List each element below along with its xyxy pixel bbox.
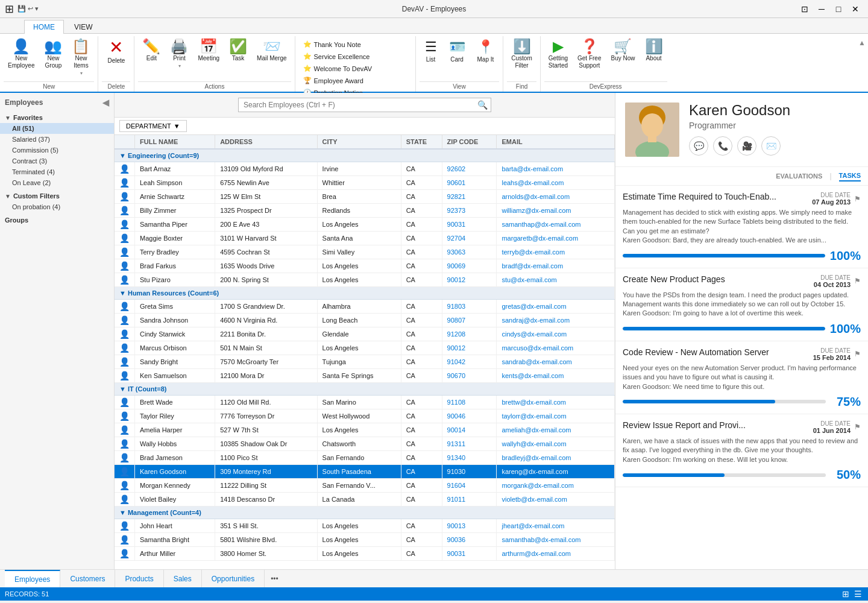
col-email[interactable]: EMAIL — [497, 135, 615, 149]
email-link[interactable]: samanthab@dx-email.com — [502, 536, 580, 543]
table-row[interactable]: 👤 Leah Simpson 6755 Newlin Ave Whittier … — [115, 176, 615, 190]
status-list-icon[interactable]: ☰ — [853, 588, 863, 600]
table-row[interactable]: 👤 Brett Wade 1120 Old Mill Rd. San Marin… — [115, 396, 615, 409]
thank-you-note-button[interactable]: ⭐ Thank You Note — [299, 39, 412, 50]
group-chevron[interactable]: ▼ — [119, 152, 126, 159]
email-link[interactable]: morgank@dx-email.com — [502, 482, 573, 489]
table-row[interactable]: 👤 Morgan Kennedy 11222 Dilling St San Fe… — [115, 479, 615, 493]
message-btn[interactable]: 💬 — [689, 136, 708, 156]
list-view-button[interactable]: ☰ List — [420, 36, 442, 66]
zip-link[interactable]: 90046 — [447, 412, 466, 420]
zip-link[interactable]: 90012 — [447, 344, 466, 352]
table-group-header[interactable]: ▼ IT (Count=8) — [115, 383, 615, 396]
sidebar-collapse-btn[interactable]: ◀ — [102, 98, 109, 107]
close-btn[interactable]: ✕ — [848, 2, 863, 16]
employee-award-button[interactable]: 🏆 Employee Award — [299, 75, 412, 86]
task-card[interactable]: Review Issue Report and Provi... DUE DAT… — [615, 414, 868, 487]
table-group-header[interactable]: ▼ Management (Count=4) — [115, 507, 615, 519]
sidebar-item-commission[interactable]: Commission (5) — [0, 145, 114, 156]
email-link[interactable]: taylorr@dx-email.com — [502, 412, 566, 420]
table-row[interactable]: 👤 Maggie Boxter 3101 W Harvard St Santa … — [115, 232, 615, 245]
getting-started-button[interactable]: ▶ GettingStarted — [544, 36, 572, 72]
sidebar-custom-filters-header[interactable]: ▼ Custom Filters — [0, 191, 114, 201]
zip-link[interactable]: 90807 — [447, 317, 466, 324]
table-row[interactable]: 👤 Billy Zimmer 1325 Prospect Dr Redlands… — [115, 204, 615, 218]
email-link[interactable]: brettw@dx-email.com — [502, 399, 566, 406]
custom-filter-button[interactable]: ⬇️ CustomFilter — [507, 36, 536, 72]
sidebar-favorites-header[interactable]: ▼ Favorites — [0, 112, 114, 123]
email-link[interactable]: terryb@dx-email.com — [502, 248, 565, 256]
buy-now-button[interactable]: 🛒 Buy Now — [606, 36, 639, 65]
email-link[interactable]: bradleyj@dx-email.com — [502, 454, 571, 461]
task-card[interactable]: Create New Product Pages DUE DATE 04 Oct… — [615, 268, 868, 341]
email-link[interactable]: sandraj@dx-email.com — [502, 317, 570, 324]
table-row[interactable]: 👤 Ken Samuelson 12100 Mora Dr Santa Fe S… — [115, 369, 615, 383]
service-excellence-button[interactable]: ⭐ Service Excellence — [299, 51, 412, 62]
table-row[interactable]: 👤 Cindy Stanwick 2211 Bonita Dr. Glendal… — [115, 327, 615, 341]
group-chevron[interactable]: ▼ — [119, 385, 126, 393]
email-link[interactable]: margaretb@dx-email.com — [502, 235, 578, 242]
table-row[interactable]: 👤 Brad Farkus 1635 Woods Drive Los Angel… — [115, 259, 615, 273]
ribbon-collapse-btn[interactable]: ▲ — [856, 36, 868, 92]
col-address[interactable]: ADDRESS — [215, 135, 317, 149]
email-link[interactable]: violetb@dx-email.com — [502, 496, 567, 503]
zip-link[interactable]: 90031 — [447, 550, 466, 557]
email-link[interactable]: wallyh@dx-email.com — [502, 440, 566, 447]
tab-view[interactable]: VIEW — [65, 20, 102, 34]
zip-link[interactable]: 91108 — [447, 399, 466, 406]
sidebar-item-salaried[interactable]: Salaried (37) — [0, 134, 114, 145]
edit-button[interactable]: ✏️ Edit — [138, 36, 165, 65]
zip-link[interactable]: 91803 — [447, 303, 466, 310]
bottom-tab-employees[interactable]: Employees — [5, 570, 60, 587]
restore-btn[interactable]: ⊡ — [797, 2, 813, 16]
email-link[interactable]: bradf@dx-email.com — [502, 262, 563, 270]
zip-link[interactable]: 90013 — [447, 522, 466, 529]
tab-home[interactable]: HOME — [24, 20, 64, 34]
new-employee-button[interactable]: 👤 NewEmployee — [4, 36, 39, 72]
zip-link[interactable]: 92821 — [447, 193, 466, 200]
sidebar-item-on-probation[interactable]: On probation (4) — [0, 201, 114, 212]
get-free-support-button[interactable]: ❓ Get FreeSupport — [573, 36, 605, 72]
table-row[interactable]: 👤 Greta Sims 1700 S Grandview Dr. Alhamb… — [115, 300, 615, 314]
zip-link[interactable]: 90670 — [447, 372, 466, 379]
table-row[interactable]: 👤 Marcus Orbison 501 N Main St Los Angel… — [115, 341, 615, 355]
zip-link[interactable]: 91030 — [447, 468, 466, 475]
table-row[interactable]: 👤 Violet Bailey 1418 Descanso Dr La Cana… — [115, 493, 615, 507]
email-link[interactable]: cindys@dx-email.com — [502, 330, 567, 338]
zip-link[interactable]: 91042 — [447, 358, 466, 365]
status-grid-icon[interactable]: ⊞ — [841, 588, 851, 600]
sidebar-item-on-leave[interactable]: On Leave (2) — [0, 177, 114, 188]
table-row[interactable]: 👤 Arthur Miller 3800 Homer St. Los Angel… — [115, 547, 615, 561]
minimize-btn[interactable]: ─ — [814, 2, 829, 16]
zip-link[interactable]: 90036 — [447, 536, 466, 543]
sidebar-item-contract[interactable]: Contract (3) — [0, 156, 114, 166]
table-row[interactable]: 👤 Taylor Riley 7776 Torreyson Dr West Ho… — [115, 409, 615, 423]
email-link[interactable]: gretas@dx-email.com — [502, 303, 566, 310]
task-button[interactable]: ✅ Task — [225, 36, 251, 65]
new-items-button[interactable]: 📋 NewItems ▾ — [68, 36, 94, 79]
zip-link[interactable]: 90014 — [447, 426, 466, 434]
group-chevron[interactable]: ▼ — [119, 289, 126, 297]
table-group-header[interactable]: ▼ Human Resources (Count=6) — [115, 287, 615, 300]
department-filter-button[interactable]: DEPARTMENT ▼ — [119, 120, 187, 132]
col-state[interactable]: STATE — [401, 135, 442, 149]
email-link[interactable]: kents@dx-email.com — [502, 372, 564, 379]
search-icon[interactable]: 🔍 — [477, 100, 488, 110]
welcome-devav-button[interactable]: ⭐ Welcome To DevAV — [299, 63, 412, 74]
map-it-button[interactable]: 📍 Map It — [472, 36, 500, 66]
table-row[interactable]: 👤 John Heart 351 S Hill St. Los Angeles … — [115, 519, 615, 533]
table-row[interactable]: 👤 Amelia Harper 527 W 7th St Los Angeles… — [115, 423, 615, 437]
bottom-tab-more[interactable]: ••• — [265, 572, 285, 586]
meeting-button[interactable]: 📅 Meeting — [193, 36, 224, 65]
col-city[interactable]: CITY — [317, 135, 401, 149]
zip-link[interactable]: 91311 — [447, 440, 466, 447]
table-row[interactable]: 👤 Brad Jameson 1100 Pico St San Fernando… — [115, 451, 615, 465]
email-link[interactable]: marcuso@dx-email.com — [502, 344, 573, 352]
bottom-tab-customers[interactable]: Customers — [60, 570, 115, 587]
email-link[interactable]: jheart@dx-email.com — [502, 522, 564, 529]
table-row[interactable]: 👤 Stu Pizaro 200 N. Spring St Los Angele… — [115, 273, 615, 287]
zip-link[interactable]: 91208 — [447, 330, 466, 338]
table-row[interactable]: 👤 Samantha Piper 200 E Ave 43 Los Angele… — [115, 218, 615, 232]
table-row[interactable]: 👤 Arnie Schwartz 125 W Elm St Brea CA 92… — [115, 190, 615, 204]
table-row[interactable]: 👤 Bart Arnaz 13109 Old Myford Rd Irvine … — [115, 162, 615, 176]
